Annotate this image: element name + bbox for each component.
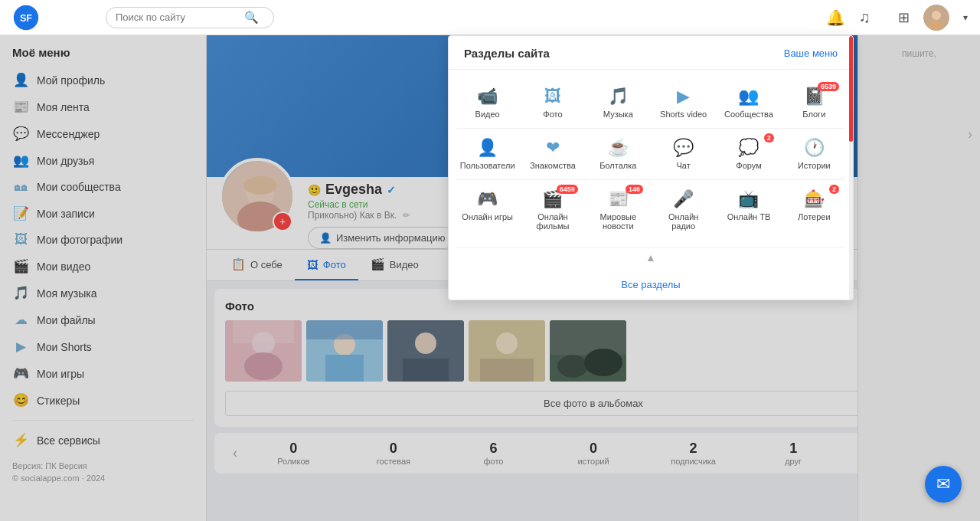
search-bar[interactable]: 🔍: [106, 7, 274, 28]
music-icon[interactable]: ♫: [859, 8, 871, 26]
dropdown-item-лотереи[interactable]: 2🎰Лотереи: [783, 183, 845, 237]
dropdown-item-чат[interactable]: 💬Чат: [652, 132, 714, 176]
dropdown-item-знакомства[interactable]: ❤Знакомства: [521, 132, 583, 176]
dropdown-scrollbar[interactable]: [849, 36, 853, 300]
logo-icon: SF: [12, 4, 40, 31]
dropdown-icon-14: 📰: [608, 189, 629, 209]
dropdown-label-16: Онлайн ТВ: [727, 212, 771, 221]
chat-fab-button[interactable]: ✉: [925, 466, 962, 503]
dropdown-label-1: Фото: [543, 110, 562, 119]
my-menu-link[interactable]: Ваше меню: [784, 48, 838, 59]
dropdown-icon-2: 🎵: [608, 87, 629, 106]
dropdown-icon-15: 🎤: [673, 189, 694, 209]
dropdown-icon-7: ❤: [546, 138, 560, 158]
dropdown-label-2: Музыка: [603, 110, 633, 119]
svg-point-3: [932, 11, 941, 20]
dropdown-label-15: Онлайн радио: [655, 212, 711, 231]
dropdown-item-форум[interactable]: 2💭Форум: [717, 132, 779, 176]
dropdown-label-0: Видео: [475, 110, 500, 119]
dropdown-label-10: Форум: [736, 161, 761, 170]
badge-14: 146: [626, 185, 643, 194]
search-input[interactable]: [116, 11, 238, 23]
bell-icon[interactable]: 🔔: [826, 8, 845, 27]
dropdown-icon-12: 🎮: [477, 189, 498, 209]
dropdown-icon-6: 👤: [477, 138, 498, 158]
search-icon: 🔍: [244, 11, 259, 25]
dropdown-label-5: Блоги: [802, 110, 825, 119]
dropdown-item-онлайн-тв[interactable]: 📺Онлайн ТВ: [717, 183, 779, 237]
dropdown-item-мировые-новости[interactable]: 146📰Мировые новости: [587, 183, 649, 237]
dropdown-icon-10: 💭: [738, 138, 759, 158]
dropdown-icon-16: 📺: [738, 189, 759, 209]
dropdown-item-музыка[interactable]: 🎵Музыка: [587, 80, 649, 125]
dropdown-item-видео[interactable]: 📹Видео: [456, 80, 518, 125]
badge-13: 6459: [557, 185, 578, 194]
dropdown-scrollbar-thumb: [849, 36, 853, 142]
avatar[interactable]: [923, 5, 949, 31]
dropdown-row-divider-2: [456, 179, 845, 180]
dropdown-row-divider-1: [456, 128, 845, 129]
dropdown-label-17: Лотереи: [798, 212, 831, 221]
dropdown-label-4: Сообщества: [724, 110, 773, 119]
dropdown-icon-1: 🖼: [544, 87, 561, 106]
dropdown-icon-17: 🎰: [804, 189, 825, 209]
dropdown-label-13: Онлайн фильмы: [524, 212, 580, 231]
dropdown-label-3: Shorts video: [660, 110, 707, 119]
dropdown-menu: Разделы сайта Ваше меню 📹Видео🖼Фото🎵Музы…: [448, 35, 854, 300]
dropdown-icon-0: 📹: [477, 87, 498, 106]
svg-text:SF: SF: [20, 13, 32, 24]
header: SF 🔍 🔔 ♫ ⊞ ▾: [0, 0, 980, 35]
dropdown-label-14: Мировые новости: [590, 212, 646, 231]
dropdown-item-онлайн-игры[interactable]: 🎮Онлайн игры: [456, 183, 518, 237]
dropdown-item-пользователи[interactable]: 👤Пользователи: [456, 132, 518, 176]
dropdown-item-истории[interactable]: 🕐Истории: [783, 132, 845, 176]
dropdown-item-блоги[interactable]: 6539📓Блоги: [783, 80, 845, 125]
dropdown-grid: 📹Видео🖼Фото🎵Музыка▶Shorts video👥Сообщест…: [449, 70, 853, 247]
dropdown-label-12: Онлайн игры: [462, 212, 513, 221]
dropdown-label-8: Болталка: [599, 161, 636, 170]
badge-5: 6539: [818, 82, 839, 91]
dropdown-item-онлайн-радио[interactable]: 🎤Онлайн радио: [652, 183, 714, 237]
chevron-down-icon[interactable]: ▾: [963, 12, 968, 23]
dropdown-item-болталка[interactable]: ☕Болталка: [587, 132, 649, 176]
badge-10: 2: [764, 133, 774, 143]
dropdown-icon-4: 👥: [738, 87, 759, 106]
dropdown-label-9: Чат: [677, 161, 691, 170]
dropdown-item-фото[interactable]: 🖼Фото: [521, 80, 583, 125]
dropdown-title: Разделы сайта: [464, 47, 550, 60]
dropdown-item-shorts-video[interactable]: ▶Shorts video: [652, 80, 714, 125]
dropdown-item-онлайн-фильмы[interactable]: 6459🎬Онлайн фильмы: [521, 183, 583, 237]
dropdown-label-11: Истории: [798, 161, 831, 170]
dropdown-icon-11: 🕐: [804, 138, 825, 158]
dropdown-header: Разделы сайта Ваше меню: [449, 47, 853, 70]
dropdown-item-сообщества[interactable]: 👥Сообщества: [717, 80, 779, 125]
dropdown-icon-3: ▶: [677, 87, 690, 106]
badge-17: 2: [829, 185, 839, 194]
logo: SF: [12, 4, 96, 31]
dropdown-close-row: ▲: [449, 248, 853, 270]
grid-icon[interactable]: ⊞: [898, 9, 910, 26]
dropdown-label-6: Пользователи: [460, 161, 515, 170]
dropdown-icon-9: 💬: [673, 138, 694, 158]
dropdown-icon-8: ☕: [608, 138, 629, 158]
dropdown-collapse-icon[interactable]: ▲: [645, 251, 656, 264]
header-icons: 🔔 ♫ ⊞ ▾: [826, 5, 968, 31]
all-sections-link[interactable]: Все разделы: [449, 270, 853, 300]
dropdown-label-7: Знакомства: [530, 161, 576, 170]
